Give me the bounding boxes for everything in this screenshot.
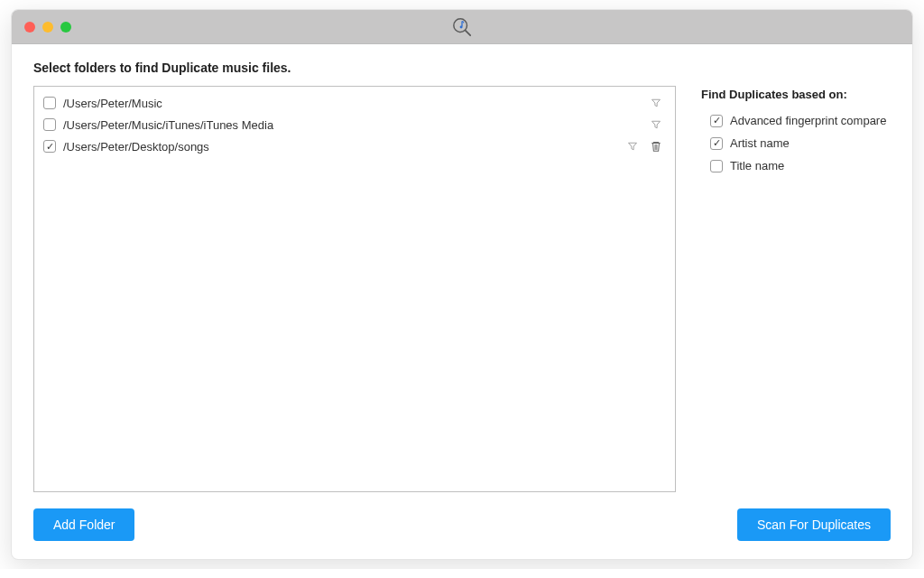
criteria-label: Advanced fingerprint compare — [730, 114, 886, 127]
main-row: /Users/Peter/Music/Users/Peter/Music/iTu… — [33, 86, 891, 492]
traffic-lights — [24, 22, 71, 33]
criteria-checkbox[interactable] — [710, 137, 723, 150]
footer: Add Folder Scan For Duplicates — [33, 492, 891, 541]
trash-icon[interactable] — [650, 140, 662, 153]
folder-path: /Users/Peter/Desktop/songs — [63, 140, 619, 154]
titlebar-center — [452, 17, 472, 37]
criteria-label: Artist name — [730, 136, 790, 150]
filter-icon[interactable] — [626, 140, 639, 153]
criteria-options: Advanced fingerprint compareArtist nameT… — [701, 114, 891, 172]
filter-icon[interactable] — [650, 97, 662, 109]
close-window-button[interactable] — [24, 22, 35, 33]
criteria-option: Title name — [701, 159, 891, 172]
folder-row: /Users/Peter/Desktop/songs — [43, 135, 666, 157]
music-search-icon — [452, 17, 472, 37]
content-area: Select folders to find Duplicate music f… — [12, 44, 912, 559]
folder-checkbox[interactable] — [43, 140, 56, 153]
filter-icon[interactable] — [650, 118, 662, 131]
folder-list: /Users/Peter/Music/Users/Peter/Music/iTu… — [33, 86, 676, 492]
scan-button[interactable]: Scan For Duplicates — [737, 508, 891, 541]
criteria-option: Advanced fingerprint compare — [701, 114, 891, 127]
svg-line-1 — [466, 30, 471, 34]
titlebar — [12, 10, 912, 44]
folder-row: /Users/Peter/Music/iTunes/iTunes Media — [43, 114, 666, 135]
folder-row: /Users/Peter/Music — [43, 92, 666, 114]
folder-checkbox[interactable] — [43, 97, 56, 109]
criteria-checkbox[interactable] — [710, 115, 723, 127]
row-actions — [650, 97, 666, 109]
svg-point-2 — [460, 25, 463, 28]
criteria-option: Artist name — [701, 136, 891, 150]
page-heading: Select folders to find Duplicate music f… — [33, 61, 891, 75]
row-actions — [650, 118, 666, 131]
folder-checkbox[interactable] — [43, 118, 56, 131]
folder-path: /Users/Peter/Music — [63, 97, 642, 110]
row-actions — [626, 140, 666, 153]
add-folder-button[interactable]: Add Folder — [33, 508, 134, 541]
maximize-window-button[interactable] — [60, 22, 71, 33]
folder-path: /Users/Peter/Music/iTunes/iTunes Media — [63, 118, 642, 132]
criteria-label: Title name — [730, 159, 784, 172]
app-window: Select folders to find Duplicate music f… — [11, 9, 913, 560]
criteria-checkbox[interactable] — [710, 160, 723, 172]
criteria-panel: Find Duplicates based on: Advanced finge… — [701, 86, 891, 492]
minimize-window-button[interactable] — [42, 22, 53, 33]
criteria-heading: Find Duplicates based on: — [701, 88, 891, 101]
